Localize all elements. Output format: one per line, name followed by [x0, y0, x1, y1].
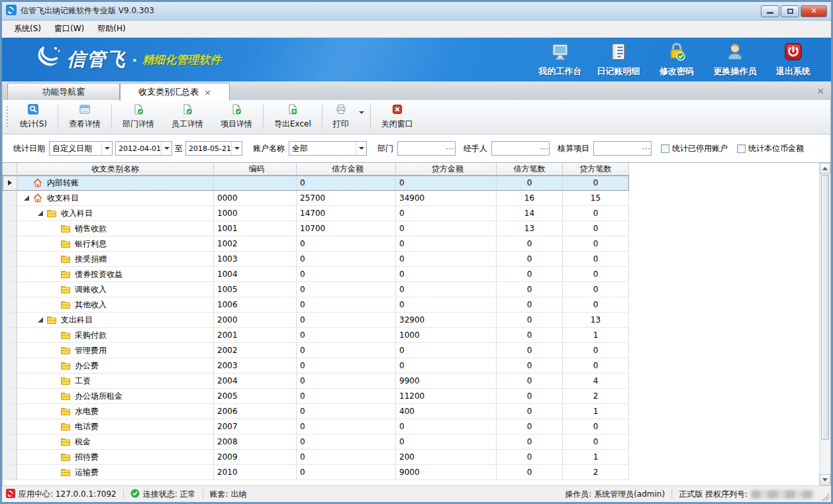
row-indicator-cell: [3, 176, 17, 191]
menu-system[interactable]: 系统(S): [7, 21, 48, 37]
accounting-project-input[interactable]: [594, 142, 642, 155]
table-row[interactable]: 销售收款1001107000130: [3, 221, 629, 236]
close-window-button[interactable]: 关闭窗口: [373, 102, 422, 132]
tab-income-expense-summary[interactable]: 收支类别汇总表 ×: [120, 83, 230, 101]
date-to-picker[interactable]: 2018-05-21: [185, 141, 242, 156]
scrollbar-thumb[interactable]: [821, 175, 829, 440]
scroll-up-button[interactable]: [820, 163, 830, 174]
department-details-button[interactable]: 部门详情: [114, 102, 163, 132]
export-excel-button[interactable]: 导出Excel: [266, 102, 320, 132]
toolbar-grip[interactable]: [5, 106, 10, 128]
code-cell: 2002: [214, 343, 297, 358]
department-input[interactable]: [398, 142, 446, 155]
column-header-category[interactable]: 收支类别名称: [17, 163, 214, 176]
table-row[interactable]: 调账收入10050000: [3, 282, 629, 297]
debit-amount-cell: 0: [297, 450, 396, 465]
brand-block: 信管飞 · 精细化管理软件: [32, 45, 221, 74]
column-header-credit-amount[interactable]: 贷方金额: [396, 163, 497, 176]
quick-change-password[interactable]: 修改密码: [650, 40, 704, 79]
category-name-cell: 办公费: [17, 358, 214, 374]
table-row[interactable]: 其他收入10060000: [3, 297, 629, 313]
table-row[interactable]: 招待费2009020001: [3, 450, 629, 465]
menu-window[interactable]: 窗口(W): [48, 21, 91, 37]
department-lookup-button[interactable]: ···: [446, 144, 455, 153]
column-header-code[interactable]: 编码: [214, 163, 297, 176]
quick-switch-operator[interactable]: 更换操作员: [708, 40, 762, 79]
debit-amount-cell: 0: [297, 374, 396, 389]
toolbar-label: 统计(S): [20, 119, 47, 130]
date-mode-select[interactable]: 自定义日期: [49, 141, 113, 156]
column-header-credit-count[interactable]: 贷方笔数: [563, 163, 629, 176]
vertical-scrollbar[interactable]: [819, 163, 830, 485]
table-row[interactable]: 支出科目2000032900013: [3, 313, 629, 328]
minimize-button[interactable]: [761, 5, 779, 17]
debit-count-cell: 0: [497, 236, 563, 252]
table-row[interactable]: 接受捐赠10030000: [3, 252, 629, 267]
debit-amount-cell: 0: [297, 404, 396, 419]
include-disabled-accounts-checkbox[interactable]: [661, 144, 669, 153]
statistics-button[interactable]: 统计(S): [11, 102, 56, 132]
accounting-project-label: 核算项目: [558, 143, 589, 154]
scrollbar-track[interactable]: [820, 440, 830, 474]
maximize-button[interactable]: [781, 5, 799, 17]
print-button[interactable]: 打印: [324, 102, 358, 132]
print-dropdown-arrow-icon[interactable]: [359, 111, 364, 114]
tab-close-icon[interactable]: ×: [204, 87, 211, 97]
debit-amount-cell: 14700: [297, 206, 396, 221]
resize-grip[interactable]: [822, 493, 830, 501]
table-row[interactable]: 收支科目000025700349001615: [3, 191, 629, 206]
quick-journal-detail[interactable]: 日记账明细: [591, 40, 646, 79]
table-row[interactable]: 运输费20100900002: [3, 465, 629, 480]
table-row[interactable]: 内部转账0000: [3, 176, 629, 191]
tab-label: 收支类别汇总表: [138, 86, 199, 98]
handler-input[interactable]: [492, 142, 540, 155]
table-row[interactable]: 管理费用20020000: [3, 343, 629, 358]
folder-icon: [60, 345, 71, 356]
table-row[interactable]: 办公费20030000: [3, 358, 629, 374]
tab-function-navigator[interactable]: 功能导航窗: [7, 83, 120, 100]
toolbar-separator: [370, 105, 371, 129]
accounting-project-lookup-button[interactable]: ···: [642, 144, 651, 153]
checkbox-label: 统计已停用账户: [672, 143, 728, 154]
quick-exit-system[interactable]: 退出系统: [766, 40, 820, 79]
table-row[interactable]: 债券投资收益10040000: [3, 267, 629, 282]
view-details-button[interactable]: 查看详情: [60, 102, 109, 132]
menu-help[interactable]: 帮助(H): [91, 21, 132, 37]
project-details-button[interactable]: 项目详情: [212, 102, 261, 132]
debit-amount-cell: 0: [297, 358, 396, 374]
table-row[interactable]: 办公场所租金200501120002: [3, 389, 629, 404]
category-name-label: 采购付款: [75, 330, 107, 341]
table-row[interactable]: 水电费2006040001: [3, 404, 629, 419]
debit-amount-cell: 0: [297, 313, 396, 328]
tree-expander-icon[interactable]: [38, 317, 43, 323]
current-row-arrow-icon: [8, 180, 12, 185]
table-row[interactable]: 银行利息10020000: [3, 236, 629, 252]
category-name-label: 电话费: [75, 421, 99, 432]
category-name-cell: 银行利息: [17, 236, 214, 252]
tree-expander-icon[interactable]: [38, 211, 43, 216]
house-icon: [32, 193, 43, 203]
code-cell: 2005: [214, 389, 297, 404]
column-header-debit-amount[interactable]: 借方金额: [297, 163, 396, 176]
column-header-debit-count[interactable]: 借方笔数: [497, 163, 563, 176]
tabstrip-close-icon[interactable]: ×: [816, 85, 824, 96]
base-currency-checkbox[interactable]: [737, 144, 746, 153]
tree-expander-icon[interactable]: [24, 195, 29, 201]
quick-label: 日记账明细: [597, 66, 640, 77]
table-row[interactable]: 税金20080000: [3, 434, 629, 450]
scroll-down-button[interactable]: [820, 474, 830, 485]
handler-lookup-button[interactable]: ···: [540, 144, 549, 153]
credit-amount-cell: 0: [396, 221, 497, 236]
folder-icon: [60, 376, 71, 386]
close-button[interactable]: ✕: [801, 5, 827, 17]
category-name-cell: 招待费: [17, 450, 214, 465]
date-from-picker[interactable]: 2012-04-01: [115, 141, 172, 156]
employee-details-button[interactable]: 员工详情: [163, 102, 212, 132]
table-row[interactable]: 采购付款20010100001: [3, 328, 629, 343]
debit-count-cell: 13: [497, 221, 563, 236]
quick-my-workbench[interactable]: 我的工作台: [533, 40, 587, 79]
table-row[interactable]: 电话费20070000: [3, 419, 629, 434]
account-name-select[interactable]: 全部: [289, 141, 367, 156]
table-row[interactable]: 收入科目1000147000140: [3, 206, 629, 221]
table-row[interactable]: 工资20040990004: [3, 374, 629, 389]
